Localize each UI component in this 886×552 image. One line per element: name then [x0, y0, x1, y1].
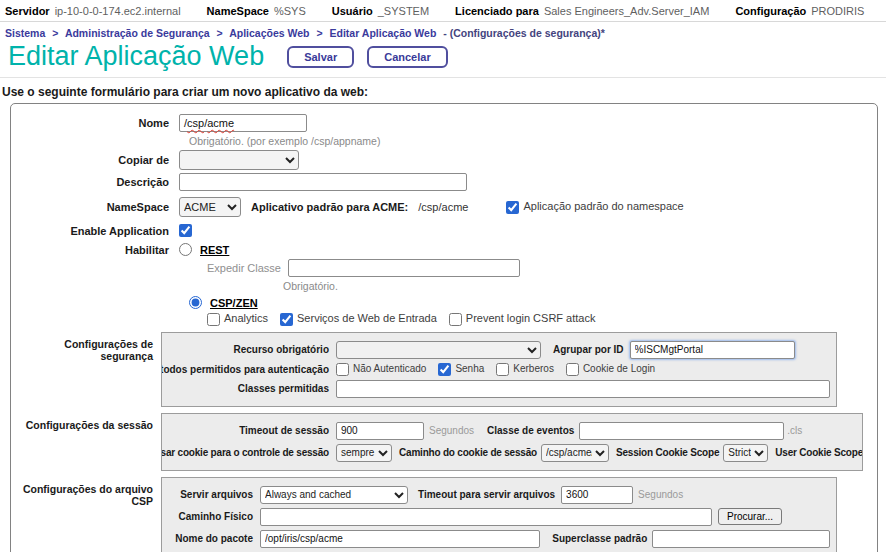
- description-input[interactable]: [179, 173, 467, 191]
- csp-file-settings-title: Configurações do arquivo CSP: [11, 477, 161, 507]
- cancel-button[interactable]: Cancelar: [367, 46, 447, 68]
- name-value-part: csp: [187, 117, 204, 129]
- prevent-login-csrf-checkbox[interactable]: [449, 313, 462, 326]
- session-cookie-scope-label: Session Cookie Scope: [616, 447, 719, 458]
- session-timeout-unit: Segundos: [429, 425, 474, 436]
- name-label: Nome: [11, 117, 179, 129]
- namespace-label: NameSpace: [207, 5, 269, 17]
- server-info-bar: Servidorip-10-0-0-174.ec2.internal NameS…: [0, 0, 886, 22]
- csp-file-settings-box: Servir arquivos Always and cached Timeou…: [161, 477, 837, 552]
- breadcrumb-current: - (Configurações de segurança)*: [443, 27, 605, 39]
- session-settings-title: Configurações da sessão: [11, 413, 161, 431]
- namespace-value: %SYS: [274, 5, 306, 17]
- cspzen-link[interactable]: CSP/ZEN: [210, 297, 258, 309]
- prevent-login-csrf-checkbox-label: Prevent login CSRF attack: [466, 312, 596, 324]
- event-class-input[interactable]: [579, 422, 784, 440]
- namespace-field-label: NameSpace: [11, 201, 179, 213]
- default-superclass-label: Superclasse padrão: [552, 533, 647, 544]
- user-value: _SYSTEM: [378, 5, 429, 17]
- breadcrumb-link-editar-aplicacao[interactable]: Editar Aplicação Web: [330, 27, 437, 39]
- title-bar: Editar Aplicação Web Salvar Cancelar: [0, 40, 886, 78]
- session-cookie-scope-select[interactable]: Strict: [723, 444, 768, 462]
- copy-from-select[interactable]: [179, 150, 299, 170]
- physical-path-input[interactable]: [260, 508, 712, 526]
- required-resource-select[interactable]: [336, 341, 541, 359]
- dispatch-class-label: Expedir Classe: [207, 262, 281, 274]
- physical-path-label: Caminho Físico: [168, 511, 260, 522]
- enable-label: Habilitar: [11, 244, 179, 256]
- session-timeout-label: Timeout de sessão: [168, 425, 336, 436]
- namespace-select[interactable]: ACME: [179, 197, 241, 217]
- required-resource-label: Recurso obrigatório: [168, 344, 336, 355]
- cookie-path-label: Caminho do cookie de sessão: [399, 447, 537, 458]
- licensed-to-label: Licenciado para: [455, 5, 539, 17]
- security-settings-title: Configurações de segurança: [11, 332, 161, 362]
- unauthenticated-checkbox[interactable]: [336, 363, 349, 376]
- analytics-checkbox-label: Analytics: [224, 312, 268, 324]
- default-namespace-checkbox[interactable]: [506, 201, 519, 214]
- session-settings-box: Timeout de sessão Segundos Classe de eve…: [161, 413, 863, 471]
- dispatch-class-input[interactable]: [288, 259, 520, 277]
- breadcrumb-separator: >: [217, 27, 223, 39]
- default-app-label: Aplicativo padrão para ACME:: [251, 201, 408, 213]
- configuration-label: Configuração: [735, 5, 806, 17]
- group-by-id-label: Agrupar por ID: [553, 344, 624, 355]
- intro-text: Use o seguinte formulário para criar um …: [0, 78, 886, 100]
- web-application-form: Nome /csp/acme Obrigatório. (por exemplo…: [10, 103, 878, 552]
- breadcrumb-separator: >: [316, 27, 322, 39]
- serve-files-timeout-label: Timeout para servir arquivos: [418, 489, 555, 500]
- rest-link[interactable]: REST: [200, 244, 229, 256]
- inbound-web-services-checkbox[interactable]: [280, 313, 293, 326]
- browse-button[interactable]: Procurar...: [718, 508, 782, 525]
- description-label: Descrição: [11, 176, 179, 188]
- save-button[interactable]: Salvar: [287, 46, 354, 68]
- kerberos-checkbox[interactable]: [496, 363, 509, 376]
- kerberos-checkbox-label: Kerberos: [513, 363, 554, 374]
- package-name-input[interactable]: [260, 530, 540, 548]
- rest-radio[interactable]: [179, 243, 192, 256]
- serve-files-select[interactable]: Always and cached: [260, 486, 408, 504]
- copy-from-label: Copiar de: [11, 154, 179, 166]
- configuration-value: PRODIRIS: [811, 5, 864, 17]
- password-checkbox[interactable]: [438, 363, 451, 376]
- allowed-auth-methods-label: Métodos permitidos para autenticação: [168, 364, 336, 375]
- analytics-checkbox[interactable]: [207, 313, 220, 326]
- page-title: Editar Aplicação Web: [8, 41, 264, 72]
- permitted-classes-label: Classes permitidas: [168, 383, 336, 394]
- user-label: Usuário: [332, 5, 373, 17]
- user-cookie-scope-label: User Cookie Scope: [775, 447, 863, 458]
- server-label: Servidor: [5, 5, 50, 17]
- default-namespace-checkbox-label: Aplicação padrão do namespace: [523, 200, 683, 212]
- cookie-path-select[interactable]: /csp/acme/: [541, 444, 609, 462]
- name-input[interactable]: /csp/acme: [179, 114, 307, 132]
- package-name-label: Nome do pacote: [168, 533, 260, 544]
- name-value-part: acme: [207, 117, 234, 129]
- default-app-value: /csp/acme: [418, 201, 468, 213]
- breadcrumb-link-aplicacoes-web[interactable]: Aplicações Web: [229, 27, 309, 39]
- inbound-web-services-checkbox-label: Serviços de Web de Entrada: [297, 312, 437, 324]
- breadcrumb-link-admin-seguranca[interactable]: Administração de Segurança: [65, 27, 210, 39]
- permitted-classes-input[interactable]: [336, 380, 830, 398]
- password-checkbox-label: Senha: [455, 363, 484, 374]
- use-cookie-select[interactable]: sempre: [336, 444, 392, 462]
- session-timeout-input[interactable]: [336, 422, 424, 440]
- breadcrumb-link-sistema[interactable]: Sistema: [5, 27, 45, 39]
- use-cookie-label: Usar cookie para o controle de sessão: [168, 447, 336, 458]
- default-superclass-input[interactable]: [652, 530, 830, 548]
- dispatch-class-help: Obrigatório.: [283, 280, 338, 292]
- breadcrumb: Sistema > Administração de Segurança > A…: [0, 22, 886, 40]
- serve-files-timeout-input[interactable]: [561, 486, 633, 504]
- event-class-suffix: .cls: [787, 425, 802, 436]
- cspzen-radio[interactable]: [189, 296, 202, 309]
- breadcrumb-separator: >: [52, 27, 58, 39]
- unauthenticated-checkbox-label: Não Autenticado: [353, 363, 426, 374]
- name-help-text: Obrigatório. (por exemplo /csp/appname): [189, 135, 380, 147]
- event-class-label: Classe de eventos: [487, 425, 574, 436]
- login-cookie-checkbox-label: Cookie de Login: [583, 363, 655, 374]
- login-cookie-checkbox[interactable]: [566, 363, 579, 376]
- enable-application-checkbox[interactable]: [179, 224, 192, 237]
- security-settings-box: Recurso obrigatório Agrupar por ID Métod…: [161, 332, 837, 407]
- licensed-to-value: Sales Engineers_Adv.Server_IAM: [544, 5, 710, 17]
- group-by-id-input[interactable]: [630, 341, 795, 359]
- enable-application-label: Enable Application: [11, 225, 179, 237]
